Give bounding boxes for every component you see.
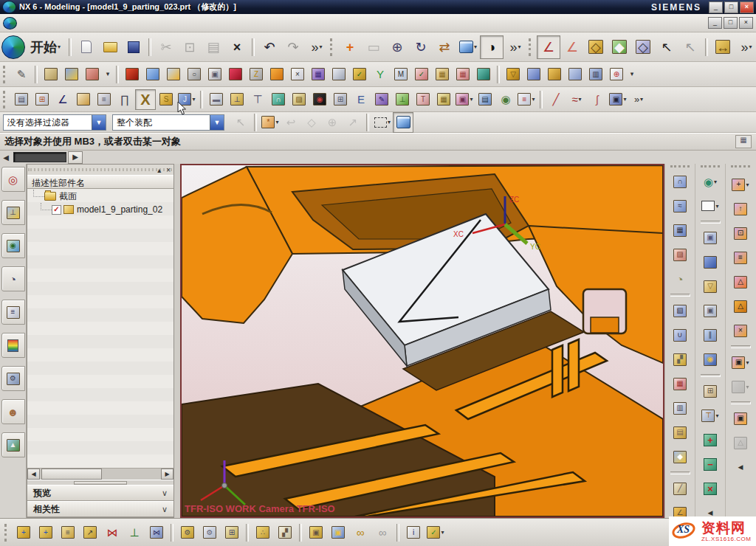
minimize-button[interactable]: _ <box>709 1 723 13</box>
vise-icon[interactable]: T <box>413 89 433 110</box>
shaded-cube-icon[interactable] <box>393 112 413 133</box>
mdi-minimize-button[interactable]: _ <box>708 17 722 29</box>
deselect-pointer-icon[interactable]: ↖ <box>678 35 702 59</box>
fit-view-icon[interactable]: + <box>338 35 362 59</box>
menu-tools[interactable] <box>79 21 91 25</box>
system-scenes-tab[interactable]: ≡ <box>1 300 25 325</box>
scroll-right-button[interactable]: ▶ <box>161 469 173 480</box>
remember-constraints-icon[interactable]: ⋈ <box>145 522 168 544</box>
datum-axis-icon[interactable] <box>61 64 82 85</box>
bolt2-icon[interactable]: ⊥ <box>227 89 247 110</box>
orient-view-cube-icon[interactable] <box>456 35 480 59</box>
cylinder-warn-icon[interactable]: △ <box>727 294 754 318</box>
top-selection-icon[interactable]: * <box>260 112 281 133</box>
toolbar-overflow-icon[interactable]: » <box>735 35 756 59</box>
flash-surface-icon[interactable]: ▞ <box>667 348 693 371</box>
show-degrees-freedom-icon[interactable]: ⚙ <box>176 522 199 544</box>
save-icon[interactable] <box>122 35 145 59</box>
point-dialog-icon[interactable]: ◇ <box>631 35 655 59</box>
redo-icon[interactable]: ↷ <box>281 35 305 59</box>
patch-check-icon[interactable]: ✓ <box>411 64 432 85</box>
menu-file[interactable] <box>20 21 32 25</box>
prompt-resize-icon[interactable]: ▦ <box>735 135 752 148</box>
hole-icon[interactable]: ○ <box>184 64 205 85</box>
undo-icon[interactable]: ↶ <box>258 35 281 59</box>
mdi-restore-button[interactable]: □ <box>724 17 738 29</box>
shaded-block-icon[interactable] <box>697 250 724 274</box>
rectangle-select-icon[interactable] <box>372 112 393 133</box>
grid-scoop-icon[interactable]: ▧ <box>667 299 693 322</box>
tree-node-sections[interactable]: 截面 <box>27 190 173 203</box>
menu-window[interactable] <box>138 21 150 25</box>
pad-icon[interactable] <box>225 64 246 85</box>
bend-surface-icon[interactable]: ∩ <box>667 170 693 193</box>
clamp-icon[interactable]: ⊤ <box>247 89 268 110</box>
materials-tab[interactable] <box>1 333 25 358</box>
create-component-icon[interactable]: + <box>35 522 57 544</box>
menu-information[interactable] <box>103 21 114 25</box>
select-hand-icon[interactable]: ↖ <box>230 112 251 133</box>
lifter-icon[interactable]: ∩ <box>268 89 289 110</box>
gate-icon[interactable]: ▽ <box>503 64 523 85</box>
patch-surface-icon[interactable]: ▦ <box>667 218 693 242</box>
title-bar[interactable]: NX 6 - Modeling - [model1_9_parting_023.… <box>0 0 756 14</box>
slider-icon[interactable] <box>565 64 585 85</box>
move-filter-icon[interactable]: ⊕ <box>322 112 343 133</box>
extrude-icon[interactable] <box>163 64 184 85</box>
undo-selection-icon[interactable]: ↩ <box>281 112 301 133</box>
layer-settings-icon[interactable]: ✓ <box>349 64 370 85</box>
selection-pointer-icon[interactable]: ↖ <box>655 35 678 59</box>
tools-icon[interactable]: X <box>135 89 156 110</box>
snap-point-icon[interactable]: ◇ <box>584 35 608 59</box>
cam-box-icon[interactable]: ◉ <box>309 89 330 110</box>
scroll-left-button[interactable]: ◀ <box>27 469 40 480</box>
core-insert-icon[interactable] <box>473 64 494 85</box>
graphics-viewport[interactable]: ZC XC YC TFR-ISO WORK Camera TFR-ISO <box>180 164 664 518</box>
forward-arrow-button[interactable]: ▶ <box>68 151 83 164</box>
pan-view-icon[interactable]: ⇄ <box>433 35 456 59</box>
select-region-icon[interactable]: ▣ <box>727 407 754 430</box>
press-tool-icon[interactable]: ▬ <box>206 89 227 110</box>
menu-view[interactable] <box>44 21 55 25</box>
measure-distance-icon[interactable]: ↔ <box>711 35 735 59</box>
plate-notch[interactable] <box>583 289 626 334</box>
panel-grip[interactable]: ▴ × <box>27 165 173 175</box>
dome-icon[interactable]: ∪ <box>667 323 693 347</box>
copy-icon[interactable]: ⊡ <box>178 35 202 59</box>
mirror-assembly-icon[interactable]: ⋈ <box>101 522 123 544</box>
selection-filter-dropdown[interactable]: 没有选择过滤器 ▼ <box>3 114 106 131</box>
cavity-grid-icon[interactable]: ▦ <box>453 64 473 85</box>
split-body-icon[interactable] <box>142 64 163 85</box>
mdi-close-button[interactable]: × <box>739 17 753 29</box>
pen-tool-icon[interactable]: ✎ <box>371 89 392 110</box>
shelf-icon[interactable]: ≡ <box>94 89 114 110</box>
twin-cylinder-icon[interactable]: ∥ <box>697 323 724 347</box>
nx-logo-icon[interactable] <box>1 35 25 59</box>
sheet-body-icon[interactable] <box>267 64 287 85</box>
bounding-box-icon[interactable]: ▦ <box>432 64 453 85</box>
move-object-icon[interactable]: M <box>391 64 411 85</box>
stamp-icon[interactable]: ▣ <box>608 89 628 110</box>
wave-link-icon[interactable]: Y <box>370 64 391 85</box>
wrench-plus-icon[interactable]: ⊞ <box>221 522 243 544</box>
gallery-tab[interactable]: ▲ <box>1 432 25 457</box>
dependencies-section-bar[interactable]: 相关性 ∨ <box>27 501 173 517</box>
sew-icon[interactable]: ▦ <box>308 64 329 85</box>
intersect-icon[interactable]: × <box>697 477 724 500</box>
tray-icon[interactable]: ▽ <box>697 274 724 298</box>
list-faces-icon[interactable]: ≡ <box>727 246 754 269</box>
history-tab[interactable]: ◔ <box>1 266 25 291</box>
lift-face-icon[interactable]: ↑ <box>727 197 754 221</box>
project-curve-icon[interactable]: ◉ <box>697 170 724 193</box>
export-part-icon[interactable]: ▤ <box>11 89 32 110</box>
pocket-icon[interactable]: ▣ <box>205 64 225 85</box>
round-pocket-icon[interactable]: ◉ <box>697 348 724 371</box>
insert-box-icon[interactable]: ▣ <box>697 299 724 322</box>
tag-pocket-icon[interactable]: ▤ <box>667 421 693 444</box>
view-layout-icon[interactable]: ⊞ <box>32 89 52 110</box>
zoom-icon[interactable]: ⊕ <box>385 35 409 59</box>
spreadsheet-icon[interactable]: ▤ <box>475 89 495 110</box>
link-browser-icon[interactable]: ∞ <box>371 522 394 544</box>
tree-column-header[interactable]: 描述性部件名 <box>27 175 173 189</box>
split-color-icon[interactable]: ◆ <box>667 445 693 469</box>
